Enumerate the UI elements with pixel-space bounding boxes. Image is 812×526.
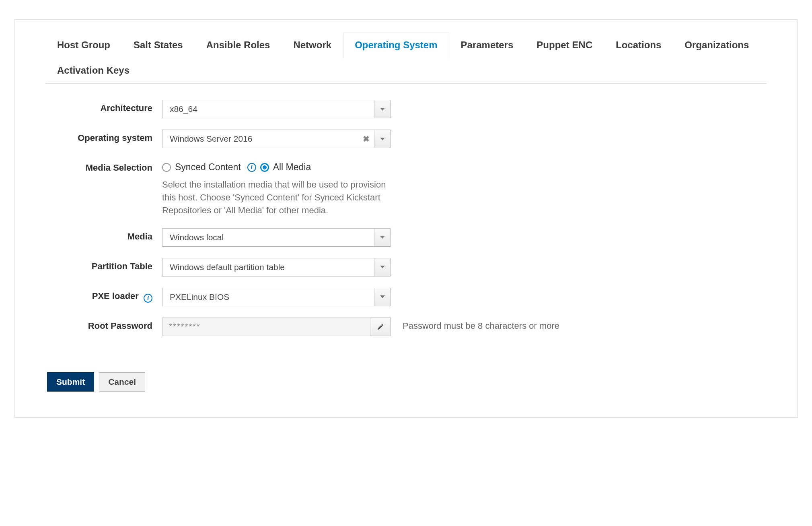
tab-parameters[interactable]: Parameters — [449, 33, 525, 58]
radio-synced-content[interactable] — [162, 163, 171, 172]
label-architecture: Architecture — [45, 100, 162, 113]
tab-operating-system[interactable]: Operating System — [343, 33, 449, 58]
tab-salt-states[interactable]: Salt States — [122, 33, 195, 58]
tab-activation-keys[interactable]: Activation Keys — [45, 58, 141, 84]
form-panel: Host Group Salt States Ansible Roles Net… — [14, 19, 798, 418]
tab-ansible-roles[interactable]: Ansible Roles — [195, 33, 282, 58]
media-value: Windows local — [162, 229, 374, 246]
tab-network[interactable]: Network — [282, 33, 343, 58]
chevron-down-icon[interactable] — [374, 288, 390, 306]
root-password-hint: Password must be 8 characters or more — [391, 318, 559, 331]
tab-host-group[interactable]: Host Group — [45, 33, 122, 58]
media-selection-help: Select the installation media that will … — [162, 178, 391, 217]
label-pxe-loader: PXE loader i — [45, 288, 162, 303]
info-icon[interactable]: i — [247, 163, 256, 172]
chevron-down-icon[interactable] — [374, 100, 390, 118]
root-password-input[interactable] — [162, 318, 370, 336]
label-media: Media — [45, 228, 162, 242]
tab-locations[interactable]: Locations — [604, 33, 673, 58]
radio-all-media[interactable] — [260, 163, 269, 172]
chevron-down-icon[interactable] — [374, 130, 390, 148]
media-select[interactable]: Windows local — [162, 228, 391, 247]
radio-synced-content-label: Synced Content — [175, 162, 241, 173]
partition-table-value: Windows default partition table — [162, 258, 374, 276]
pxe-loader-select[interactable]: PXELinux BIOS — [162, 288, 391, 306]
partition-table-select[interactable]: Windows default partition table — [162, 258, 391, 276]
pxe-loader-value: PXELinux BIOS — [162, 288, 374, 306]
form-actions: Submit Cancel — [47, 372, 767, 392]
tab-puppet-enc[interactable]: Puppet ENC — [525, 33, 604, 58]
label-root-password: Root Password — [45, 318, 162, 331]
tabs: Host Group Salt States Ansible Roles Net… — [45, 33, 767, 84]
info-icon[interactable]: i — [144, 294, 152, 303]
operating-system-select[interactable]: Windows Server 2016 ✖ — [162, 130, 391, 148]
tab-organizations[interactable]: Organizations — [673, 33, 761, 58]
label-partition-table: Partition Table — [45, 258, 162, 272]
architecture-select[interactable]: x86_64 — [162, 100, 391, 118]
radio-all-media-label: All Media — [273, 162, 311, 173]
edit-password-button[interactable] — [370, 318, 391, 336]
chevron-down-icon[interactable] — [374, 229, 390, 246]
label-pxe-loader-text: PXE loader — [92, 291, 139, 301]
submit-button[interactable]: Submit — [47, 372, 94, 392]
label-operating-system: Operating system — [45, 130, 162, 143]
label-media-selection: Media Selection — [45, 159, 162, 173]
pencil-icon — [377, 323, 384, 330]
cancel-button[interactable]: Cancel — [99, 372, 145, 392]
architecture-value: x86_64 — [162, 100, 374, 118]
operating-system-value: Windows Server 2016 — [162, 130, 358, 148]
media-selection-radios: Synced Content i All Media — [162, 159, 391, 173]
clear-icon[interactable]: ✖ — [358, 130, 374, 148]
chevron-down-icon[interactable] — [374, 258, 390, 276]
